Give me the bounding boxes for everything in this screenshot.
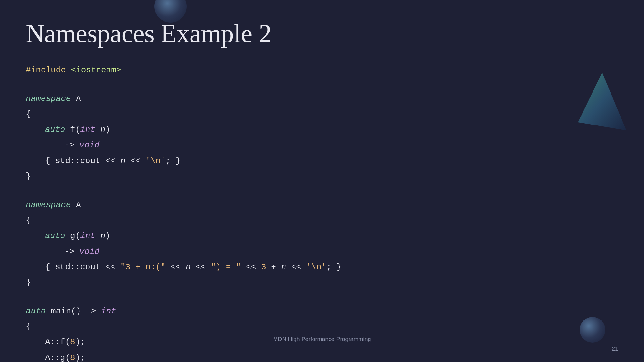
ns1-fn-signature-1: auto f(int n)	[26, 123, 618, 136]
footer-page-number: 21	[612, 346, 618, 352]
deco-triangle-shape	[576, 71, 628, 135]
ns2-fn-body: { std::cout << "3 + n:(" << n << ") = " …	[26, 261, 618, 274]
main-signature: auto main() -> int	[26, 305, 618, 318]
ns1-close-brace: }	[26, 170, 618, 183]
main-open-brace: {	[26, 320, 618, 333]
ns1-keyword: namespace	[26, 94, 71, 104]
code-block: #include <iostream> namespace A { auto f…	[26, 64, 618, 362]
include-lib: <iostream>	[71, 65, 121, 75]
ns2-open-brace: {	[26, 214, 618, 227]
ns1-open-brace: {	[26, 108, 618, 121]
include-line: #include <iostream>	[26, 64, 618, 77]
ns1-fn-body: { std::cout << n << '\n'; }	[26, 154, 618, 167]
slide-title: Namespaces Example 2	[26, 19, 618, 48]
footer: MDN High Performance Programming 21	[0, 346, 644, 352]
ns2-declaration: namespace A	[26, 199, 618, 211]
ns2-keyword: namespace	[26, 200, 71, 210]
ns1-declaration: namespace A	[26, 92, 618, 105]
ns2-fn-signature-2: -> void	[26, 245, 618, 258]
svg-marker-0	[578, 72, 626, 130]
slide: Namespaces Example 2 #include <iostream>…	[0, 0, 644, 362]
ns2-close-brace: }	[26, 276, 618, 289]
deco-bottom-sphere	[580, 317, 605, 343]
ns2-fn-signature-1: auto g(int n)	[26, 229, 618, 242]
call-g: A::g(8);	[26, 351, 618, 362]
include-keyword: #include	[26, 65, 66, 75]
footer-title: MDN High Performance Programming	[273, 336, 371, 343]
ns1-fn-signature-2: -> void	[26, 139, 618, 152]
